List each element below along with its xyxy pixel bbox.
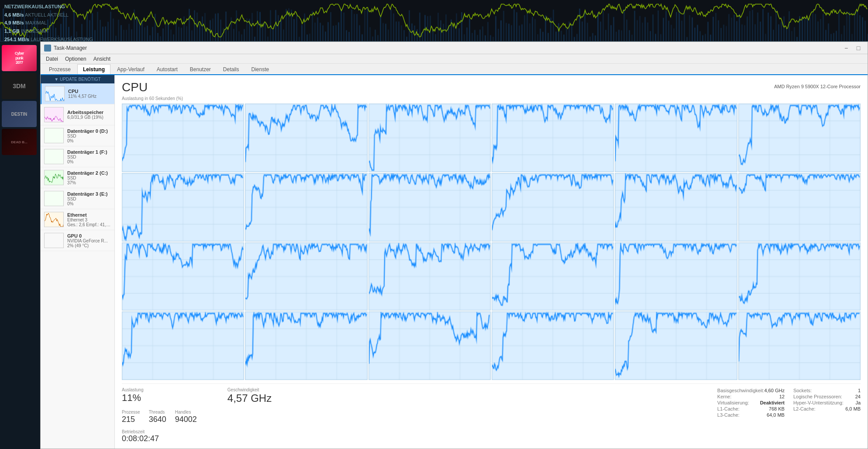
disk3-item-info: Datenträger 3 (E:) SSD 0%	[67, 191, 111, 206]
betriebszeit-value: 0:08:02:47	[122, 434, 197, 443]
app-icon-3dm[interactable]: 3DM	[2, 73, 37, 99]
cpu-graph-6	[122, 173, 244, 242]
ram-item-sub: 6,0/31,9 GB (19%)	[67, 115, 111, 120]
cpu-graph-4	[615, 104, 737, 172]
disk0-item-info: Datenträger 0 (D:) SSD 0%	[67, 128, 111, 143]
disk0-item-pct: 0%	[67, 138, 111, 143]
sidebar-item-disk1[interactable]: Datenträger 1 (F:) SSD 0%	[41, 146, 114, 167]
menu-datei[interactable]: Datei	[42, 54, 62, 63]
tab-autostart[interactable]: Autostart	[151, 64, 183, 74]
cpu-detail-panel: CPU AMD Ryzen 9 5900X 12-Core Processor …	[115, 75, 868, 449]
network-title: NETZWERKAUSLASTUNG	[4, 3, 93, 11]
network-canvas	[0, 0, 868, 41]
stat-prozesse: Prozesse 215 Threads 3640 Handles 94002	[122, 409, 197, 424]
tab-benutzer[interactable]: Benutzer	[184, 64, 217, 74]
update-banner: ▼ UPDATE BENÖTIGT	[41, 75, 114, 83]
minimize-button[interactable]: −	[840, 44, 852, 52]
disk0-thumb	[44, 128, 64, 143]
menu-optionen[interactable]: Optionen	[62, 54, 90, 63]
disk1-item-name: Datenträger 1 (F:)	[67, 149, 111, 155]
app-icon-cyberpunk[interactable]: Cyberpunk2077	[2, 45, 37, 71]
sidebar-item-ethernet[interactable]: Ethernet Ethernet 3 Ges.: 2,6 Empf.: 41,…	[41, 209, 114, 230]
threads-value: 3640	[149, 415, 166, 424]
disk3-item-sub: SSD	[67, 197, 111, 201]
menu-ansicht[interactable]: Ansicht	[90, 54, 114, 63]
ram-thumb-canvas	[45, 107, 64, 122]
cpu-item-info: CPU 11% 4,57 GHz	[68, 89, 111, 99]
network-aktuell-value: 4,6 MB/s	[4, 12, 24, 17]
gpu-thumb	[44, 233, 64, 248]
menubar: Datei Optionen Ansicht	[41, 54, 868, 64]
detail-row: L1-Cache:768 KB	[717, 406, 785, 412]
cpu-graph-canvas-11	[739, 173, 860, 241]
sidebar-item-disk3[interactable]: Datenträger 3 (E:) SSD 0%	[41, 188, 114, 209]
sidebar-item-cpu[interactable]: CPU 11% 4,57 GHz	[41, 83, 114, 104]
cpu-graph-canvas-23	[739, 312, 860, 380]
cpu-graph-18	[122, 311, 244, 380]
cpu-graph-canvas-16	[615, 243, 737, 311]
detail-val: 6,0 MB	[845, 406, 861, 411]
detail-val: 12	[779, 394, 785, 399]
tab-prozesse[interactable]: Prozesse	[43, 64, 76, 74]
cpu-graph-canvas-10	[615, 173, 737, 241]
ram-item-info: Arbeitsspeicher 6,0/31,9 GB (19%)	[67, 110, 111, 120]
cpu-graph-canvas-19	[245, 312, 367, 380]
tab-appverlauf[interactable]: App-Verlauf	[111, 64, 150, 74]
app-icon-dead[interactable]: DEAD B...	[2, 129, 37, 155]
disk2-item-name: Datenträger 2 (C:)	[67, 170, 111, 176]
detail-row: L2-Cache:6,0 MB	[793, 406, 861, 412]
tab-leistung[interactable]: Leistung	[77, 64, 110, 74]
ethernet-item-sub2: Ges.: 2,6 Empf.: 41,8 ME	[67, 222, 111, 227]
detail-val: Ja	[855, 400, 861, 405]
detail-val: 64,0 MB	[767, 412, 785, 418]
cpu-graph-14	[369, 242, 491, 311]
geschwindigkeit-value: 4,57 GHz	[227, 392, 272, 404]
cpu-graph-20	[369, 311, 491, 380]
network-insgesamt-label: INSGESAMT	[21, 28, 49, 34]
prozesse-value: 215	[122, 415, 135, 424]
cpu-graph-3	[492, 104, 614, 172]
disk2-thumb	[44, 170, 64, 185]
detail-key: Virtualisierung:	[717, 400, 749, 405]
cpu-stats-left: Auslastung 11% Prozesse 215 Threads 3640	[122, 387, 197, 443]
handles-label: Handles	[175, 410, 191, 414]
sidebar-item-disk0[interactable]: Datenträger 0 (D:) SSD 0%	[41, 125, 114, 146]
app-icon-destiny[interactable]: DESTIN	[2, 101, 37, 127]
tab-dienste[interactable]: Dienste	[246, 64, 275, 74]
ethernet-item-sub1: Ethernet 3	[67, 218, 111, 222]
handles-value: 94002	[175, 415, 197, 424]
proc-threads-handles: Prozesse 215 Threads 3640 Handles 94002	[122, 409, 197, 424]
network-laufwerk-value: 254,1 MB/s	[4, 37, 29, 41]
detail-val: 768 KB	[769, 406, 785, 411]
detail-key: Basisgeschwindigkeit:	[717, 388, 765, 393]
taskmanager-title: Task-Manager	[54, 45, 840, 51]
cpu-graph-canvas-20	[369, 312, 490, 380]
titlebar: Task-Manager − □	[41, 42, 868, 54]
app-icons-list: Cyberpunk2077 3DM DESTIN DEAD B...	[0, 41, 41, 159]
cpu-graph-16	[615, 242, 737, 311]
disk2-item-sub: SSD	[67, 176, 111, 180]
window-controls: − □	[840, 44, 864, 52]
cpu-graph-canvas-13	[245, 243, 367, 311]
detail-key: L3-Cache:	[717, 412, 740, 418]
cpu-details-grid: Basisgeschwindigkeit:4,60 GHzSockets:1Ke…	[717, 387, 861, 418]
network-insgesamt-value: 1,1 GB	[4, 28, 20, 34]
disk1-item-info: Datenträger 1 (F:) SSD 0%	[67, 149, 111, 164]
cpu-graph-10	[615, 173, 737, 242]
cpu-header: CPU AMD Ryzen 9 5900X 12-Core Processor	[122, 80, 861, 94]
cpu-thumb-canvas	[45, 86, 65, 101]
detail-key: Sockets:	[793, 388, 812, 393]
sidebar-item-disk2[interactable]: Datenträger 2 (C:) SSD 37%	[41, 167, 114, 188]
disk1-item-pct: 0%	[67, 159, 111, 164]
cpu-graph-7	[245, 173, 367, 242]
cpu-graph-canvas-14	[369, 243, 490, 311]
sidebar-item-gpu[interactable]: GPU 0 NVIDIA GeForce R... 2% (49 °C)	[41, 230, 114, 251]
disk0-item-name: Datenträger 0 (D:)	[67, 128, 111, 134]
update-banner-text: ▼ UPDATE BENÖTIGT	[54, 77, 100, 82]
maximize-button[interactable]: □	[853, 44, 864, 52]
ram-item-name: Arbeitsspeicher	[67, 110, 111, 115]
sidebar-item-ram[interactable]: Arbeitsspeicher 6,0/31,9 GB (19%)	[41, 104, 114, 125]
detail-key: Hyper-V-Unterstützung:	[793, 400, 844, 405]
tab-details[interactable]: Details	[217, 64, 245, 74]
cpu-graph-canvas-8	[369, 173, 490, 241]
